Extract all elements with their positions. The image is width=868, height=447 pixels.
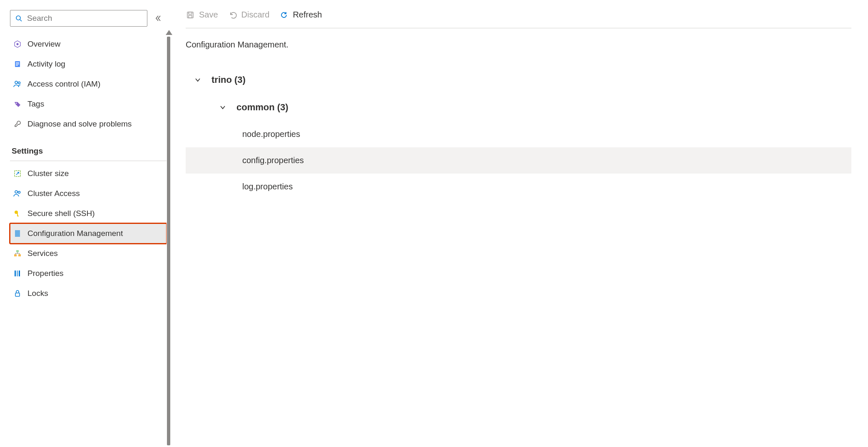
- search-input[interactable]: [26, 13, 143, 23]
- toolbar: Save Discard Refresh: [186, 10, 851, 28]
- people-icon: [13, 189, 22, 198]
- sidebar-item-activity-log[interactable]: Activity log: [10, 54, 167, 74]
- sidebar-item-label: Diagnose and solve problems: [27, 119, 132, 129]
- search-input-wrapper[interactable]: [10, 10, 147, 27]
- svg-line-1: [20, 20, 22, 21]
- sidebar-section-settings: Settings: [10, 134, 167, 159]
- svg-rect-21: [15, 271, 16, 276]
- scroll-up-arrow-icon: [166, 30, 172, 35]
- divider: [10, 161, 167, 161]
- svg-rect-16: [17, 216, 19, 216]
- sidebar-item-label: Cluster Access: [27, 189, 80, 198]
- svg-point-9: [18, 82, 20, 84]
- main-content: Save Discard Refresh Configuration Manag…: [171, 0, 868, 447]
- page-description: Configuration Management.: [186, 28, 851, 66]
- discard-button[interactable]: Discard: [228, 10, 270, 20]
- people-icon: [13, 80, 22, 88]
- tree-file-label: config.properties: [242, 156, 304, 165]
- sidebar-item-ssh[interactable]: Secure shell (SSH): [10, 204, 167, 224]
- svg-rect-27: [189, 15, 192, 18]
- button-label: Refresh: [293, 10, 322, 20]
- tree-file-config-properties[interactable]: config.properties: [186, 147, 851, 174]
- sidebar-item-label: Configuration Management: [27, 229, 123, 238]
- tree-file-node-properties[interactable]: node.properties: [186, 121, 851, 147]
- tree-node-label: common (3): [236, 102, 289, 113]
- chevron-down-icon: [218, 104, 227, 111]
- tree-node-common[interactable]: common (3): [186, 94, 851, 121]
- chevron-down-icon: [193, 77, 202, 83]
- lock-icon: [13, 289, 22, 298]
- sidebar-item-configuration-management[interactable]: Configuration Management: [10, 224, 167, 243]
- svg-rect-22: [17, 271, 18, 276]
- svg-rect-6: [16, 64, 19, 65]
- undo-icon: [228, 10, 237, 20]
- tree-file-label: log.properties: [242, 182, 293, 191]
- sidebar-item-access-control[interactable]: Access control (IAM): [10, 74, 167, 94]
- sidebar-scrollbar[interactable]: [167, 0, 171, 447]
- save-button[interactable]: Save: [186, 10, 218, 20]
- sidebar-item-locks[interactable]: Locks: [10, 283, 167, 303]
- svg-rect-20: [18, 254, 21, 256]
- sidebar-item-cluster-access[interactable]: Cluster Access: [10, 184, 167, 204]
- svg-point-10: [16, 103, 17, 104]
- sidebar-item-services[interactable]: Services: [10, 243, 167, 263]
- sidebar-item-tags[interactable]: Tags: [10, 94, 167, 114]
- search-icon: [15, 14, 23, 22]
- svg-rect-24: [15, 293, 20, 296]
- svg-rect-19: [14, 254, 17, 256]
- activity-log-icon: [13, 60, 22, 68]
- tree-node-label: trino (3): [211, 74, 246, 85]
- refresh-button[interactable]: Refresh: [279, 10, 322, 20]
- svg-point-0: [16, 16, 20, 20]
- sidebar-item-label: Cluster size: [27, 169, 69, 178]
- sidebar-item-diagnose[interactable]: Diagnose and solve problems: [10, 114, 167, 134]
- svg-rect-26: [189, 12, 192, 14]
- collapse-sidebar-button[interactable]: [155, 15, 162, 22]
- services-icon: [13, 249, 22, 258]
- sidebar-item-label: Secure shell (SSH): [27, 209, 95, 218]
- svg-point-13: [18, 191, 20, 194]
- sidebar-item-overview[interactable]: Overview: [10, 34, 167, 54]
- sidebar-item-cluster-size[interactable]: Cluster size: [10, 164, 167, 184]
- save-icon: [186, 10, 195, 20]
- properties-icon: [13, 269, 22, 278]
- sidebar-item-properties[interactable]: Properties: [10, 263, 167, 283]
- button-label: Save: [199, 10, 218, 20]
- sidebar-item-label: Services: [27, 249, 58, 258]
- svg-rect-5: [16, 62, 19, 63]
- svg-rect-23: [19, 271, 20, 276]
- sidebar-item-label: Overview: [27, 40, 60, 49]
- svg-point-8: [15, 81, 17, 84]
- svg-rect-18: [16, 250, 19, 252]
- overview-icon: [13, 40, 22, 48]
- resize-icon: [13, 169, 22, 178]
- svg-rect-25: [187, 12, 193, 18]
- svg-point-3: [17, 43, 19, 45]
- tag-icon: [13, 100, 22, 108]
- scroll-thumb[interactable]: [167, 37, 170, 445]
- config-tree: trino (3) common (3) node.properties con…: [186, 66, 851, 200]
- tree-file-label: node.properties: [242, 129, 300, 139]
- svg-rect-17: [15, 230, 20, 237]
- sidebar-item-label: Access control (IAM): [27, 79, 100, 89]
- tree-node-trino[interactable]: trino (3): [186, 66, 851, 94]
- button-label: Discard: [241, 10, 270, 20]
- refresh-icon: [279, 10, 289, 20]
- tree-file-log-properties[interactable]: log.properties: [186, 174, 851, 200]
- sidebar-item-label: Tags: [27, 99, 44, 109]
- svg-rect-7: [16, 65, 18, 66]
- sidebar-item-label: Properties: [27, 269, 64, 278]
- sidebar-item-label: Activity log: [27, 60, 65, 69]
- sidebar-item-label: Locks: [27, 289, 48, 298]
- sidebar: Overview Activity log Access control (IA…: [0, 0, 167, 447]
- wrench-icon: [13, 120, 22, 128]
- key-icon: [13, 209, 22, 218]
- file-icon: [13, 229, 22, 238]
- svg-point-12: [15, 191, 17, 193]
